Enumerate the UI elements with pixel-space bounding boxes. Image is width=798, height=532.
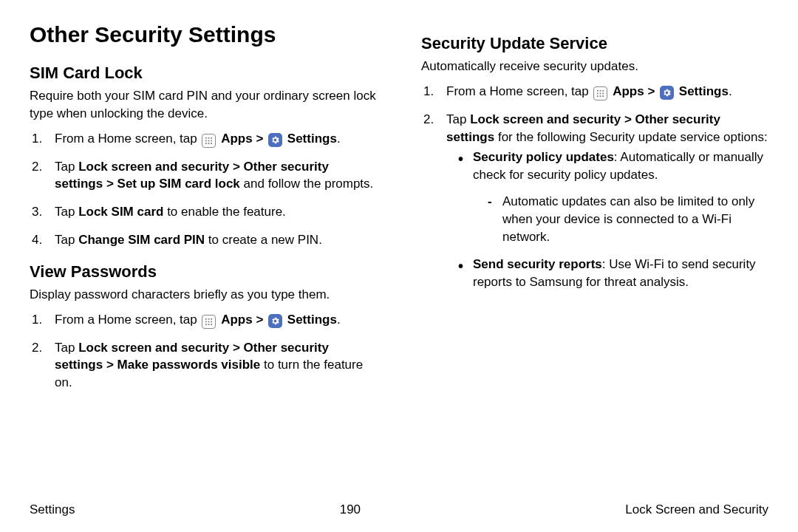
svg-point-21 xyxy=(597,92,598,94)
sim-steps: From a Home screen, tap Apps > Settings.… xyxy=(30,130,377,249)
arrow: > xyxy=(644,84,658,98)
svg-point-19 xyxy=(600,90,601,92)
footer-left: Settings xyxy=(30,502,75,517)
sus-option-reports: Send security reports: Use Wi-Fi to send… xyxy=(463,256,768,291)
page-content: Other Security Settings SIM Card Lock Re… xyxy=(30,22,768,495)
footer: Settings 190 Lock Screen and Security xyxy=(30,495,768,517)
sus-option-policy: Security policy updates: Automatically o… xyxy=(463,149,768,245)
bold-path: Change SIM card PIN xyxy=(78,233,205,247)
settings-label: Settings xyxy=(287,132,337,146)
text: to enable the feature. xyxy=(163,205,285,219)
view-step-1: From a Home screen, tap Apps > Settings. xyxy=(46,311,377,329)
page-title: Other Security Settings xyxy=(30,22,377,47)
settings-icon xyxy=(268,314,282,328)
svg-point-26 xyxy=(603,95,604,97)
text: Tap xyxy=(55,205,78,219)
arrow: > xyxy=(253,313,267,327)
sus-intro: Automatically receive security updates. xyxy=(421,58,768,75)
sus-sub: Automatic updates can also be limited to… xyxy=(473,193,768,245)
text: for the following Security update servic… xyxy=(494,130,767,144)
svg-point-8 xyxy=(211,143,213,144)
right-column: Security Update Service Automatically re… xyxy=(421,22,768,495)
text: . xyxy=(337,313,341,327)
svg-point-3 xyxy=(205,140,207,141)
apps-label: Apps xyxy=(613,84,644,98)
sus-heading: Security Update Service xyxy=(421,34,768,53)
sim-step-3: Tap Lock SIM card to enable the feature. xyxy=(46,203,377,221)
text: . xyxy=(337,132,341,146)
svg-point-22 xyxy=(600,92,601,94)
text: . xyxy=(729,84,732,98)
svg-point-9 xyxy=(205,318,207,319)
text: Tap xyxy=(55,233,78,247)
svg-point-11 xyxy=(211,318,213,319)
svg-point-17 xyxy=(211,324,213,325)
left-column: Other Security Settings SIM Card Lock Re… xyxy=(30,22,377,495)
svg-point-16 xyxy=(208,324,210,325)
svg-point-13 xyxy=(208,321,210,322)
settings-icon xyxy=(268,133,282,147)
sus-steps: From a Home screen, tap Apps > Settings.… xyxy=(421,83,768,291)
sim-step-1: From a Home screen, tap Apps > Settings. xyxy=(46,130,377,148)
text: From a Home screen, tap xyxy=(55,132,200,146)
view-heading: View Passwords xyxy=(30,262,377,282)
svg-point-20 xyxy=(603,90,604,92)
sim-step-4: Tap Change SIM card PIN to create a new … xyxy=(46,231,377,249)
apps-icon xyxy=(202,134,216,148)
sus-options: Security policy updates: Automatically o… xyxy=(446,149,768,291)
svg-point-6 xyxy=(205,143,207,144)
apps-icon xyxy=(202,315,216,329)
svg-point-0 xyxy=(205,137,207,138)
text: and follow the prompts. xyxy=(240,177,373,191)
option-name: Security policy updates xyxy=(473,150,614,164)
apps-label: Apps xyxy=(221,313,253,327)
text: From a Home screen, tap xyxy=(55,313,200,327)
sim-heading: SIM Card Lock xyxy=(30,64,377,83)
svg-point-10 xyxy=(208,318,210,319)
settings-icon xyxy=(660,86,674,100)
sus-sub-item: Automatic updates can also be limited to… xyxy=(492,193,768,245)
page-number: 190 xyxy=(340,502,361,517)
text: to create a new PIN. xyxy=(205,233,322,247)
view-intro: Display password characters briefly as y… xyxy=(30,286,377,304)
text: Tap xyxy=(446,112,470,126)
svg-point-12 xyxy=(205,321,207,322)
text: Tap xyxy=(55,160,78,174)
svg-point-4 xyxy=(208,140,210,141)
svg-point-5 xyxy=(211,140,213,141)
view-step-2: Tap Lock screen and security > Other sec… xyxy=(46,339,377,392)
svg-point-7 xyxy=(208,143,210,144)
svg-point-18 xyxy=(597,90,598,92)
apps-icon xyxy=(593,86,607,100)
option-name: Send security reports xyxy=(473,257,602,271)
settings-label: Settings xyxy=(287,313,337,327)
text: From a Home screen, tap xyxy=(446,84,592,98)
apps-label: Apps xyxy=(221,132,253,146)
svg-point-2 xyxy=(211,137,213,138)
sim-step-2: Tap Lock screen and security > Other sec… xyxy=(46,158,377,194)
view-steps: From a Home screen, tap Apps > Settings.… xyxy=(30,311,377,392)
svg-point-25 xyxy=(600,95,601,97)
svg-point-24 xyxy=(597,95,598,97)
settings-label: Settings xyxy=(679,84,729,98)
text: Tap xyxy=(55,341,78,355)
sus-step-1: From a Home screen, tap Apps > Settings. xyxy=(437,83,768,100)
svg-point-1 xyxy=(208,137,210,138)
svg-point-23 xyxy=(603,92,604,94)
arrow: > xyxy=(253,132,267,146)
sus-step-2: Tap Lock screen and security > Other sec… xyxy=(437,111,768,291)
bold-path: Lock SIM card xyxy=(78,205,163,219)
footer-right: Lock Screen and Security xyxy=(625,502,768,517)
sim-intro: Require both your SIM card PIN and your … xyxy=(30,87,377,123)
svg-point-14 xyxy=(211,321,213,322)
svg-point-15 xyxy=(205,324,207,325)
